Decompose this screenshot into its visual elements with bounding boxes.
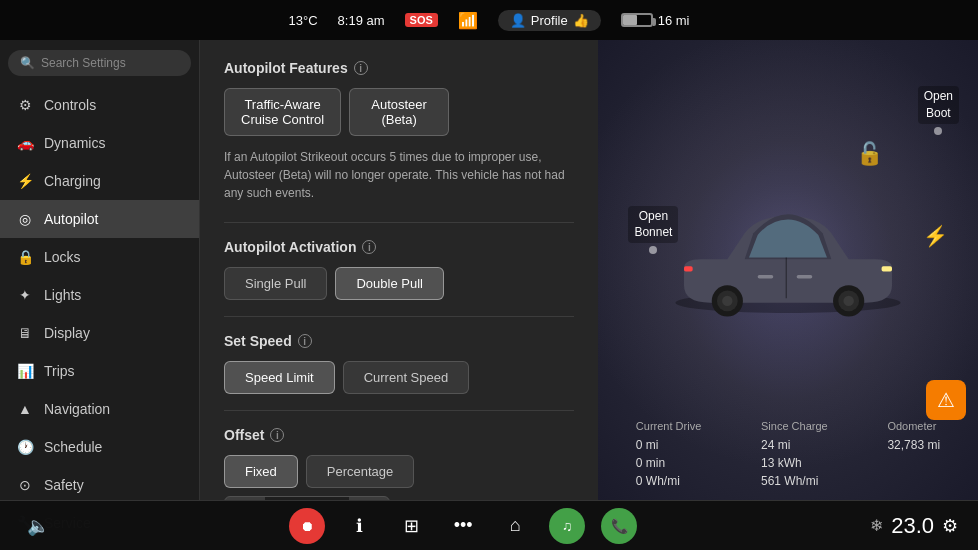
lightning-icon: ⚡ [923,224,948,248]
lock-car-icon[interactable]: 🔓 [856,141,883,167]
search-icon: 🔍 [20,56,35,70]
current-drive-label: Current Drive [636,420,701,432]
cabin-temp[interactable]: 23.0 [891,513,934,539]
svg-rect-11 [758,275,774,278]
set-speed-info-icon[interactable]: i [298,334,312,348]
percentage-btn[interactable]: Percentage [306,455,415,488]
offset-toggle-group: Fixed Percentage [224,455,574,488]
sidebar-item-display[interactable]: 🖥 Display [0,314,199,352]
double-pull-btn[interactable]: Double Pull [335,267,444,300]
sidebar-item-autopilot[interactable]: ◎ Autopilot [0,200,199,238]
divider-2 [224,316,574,317]
sidebar-label-controls: Controls [44,97,96,113]
warning-button[interactable]: ⚠ [926,380,966,420]
bonnet-dot [649,246,657,254]
traffic-aware-btn[interactable]: Traffic-Aware Cruise Control [224,88,341,136]
offset-title: Offset i [224,427,574,443]
speed-limit-btn[interactable]: Speed Limit [224,361,335,394]
sidebar-item-trips[interactable]: 📊 Trips [0,352,199,390]
sidebar-label-charging: Charging [44,173,101,189]
sidebar-label-schedule: Schedule [44,439,102,455]
search-bar[interactable]: 🔍 Search Settings [8,50,191,76]
svg-rect-10 [797,275,813,278]
sidebar-item-schedule[interactable]: 🕐 Schedule [0,428,199,466]
set-speed-label: Set Speed [224,333,292,349]
time-display: 8:19 am [338,13,385,28]
svg-point-4 [722,296,732,306]
main-container: 🔍 Search Settings ⚙ Controls 🚗 Dynamics … [0,40,978,500]
offset-info-icon[interactable]: i [270,428,284,442]
info-btn[interactable]: ℹ [341,508,377,544]
temp-value: 23.0 [891,513,934,538]
fixed-btn[interactable]: Fixed [224,455,298,488]
single-pull-btn[interactable]: Single Pull [224,267,327,300]
volume-icon-btn[interactable]: 🔈 [20,508,56,544]
safety-icon: ⊙ [16,476,34,494]
activation-title: Autopilot Activation i [224,239,574,255]
car-visualization [658,190,918,350]
profile-button[interactable]: 👤 Profile 👍 [498,10,601,31]
svg-point-7 [843,296,853,306]
sidebar-label-display: Display [44,325,90,341]
sidebar-item-safety[interactable]: ⊙ Safety [0,466,199,504]
sidebar-item-charging[interactable]: ⚡ Charging [0,162,199,200]
thumb-icon: 👍 [573,13,589,28]
more-btn[interactable]: ••• [445,508,481,544]
display-icon: 🖥 [16,324,34,342]
charging-icon: ⚡ [16,172,34,190]
sos-badge[interactable]: SOS [405,13,438,27]
sidebar-label-autopilot: Autopilot [44,211,98,227]
home-btn[interactable]: ⌂ [497,508,533,544]
autopilot-info-text: If an Autopilot Strikeout occurs 5 times… [224,148,574,202]
sidebar-item-navigation[interactable]: ▲ Navigation [0,390,199,428]
activation-label: Autopilot Activation [224,239,356,255]
dynamics-icon: 🚗 [16,134,34,152]
since-charge-wh: 561 Wh/mi [761,472,828,490]
sidebar-item-lights[interactable]: ✦ Lights [0,276,199,314]
status-bar: 13°C 8:19 am SOS 📶 👤 Profile 👍 16 mi [0,0,978,40]
signal-icon: 📶 [458,11,478,30]
taskbar-left: 🔈 [20,508,56,544]
autosteer-btn[interactable]: Autosteer (Beta) [349,88,449,136]
battery-level: 16 mi [658,13,690,28]
since-charge-label: Since Charge [761,420,828,432]
open-boot-label[interactable]: OpenBoot [918,86,959,138]
grid-btn[interactable]: ⊞ [393,508,429,544]
navigation-icon: ▲ [16,400,34,418]
current-drive-stat: Current Drive 0 mi 0 min 0 Wh/mi [636,420,701,490]
sidebar-label-dynamics: Dynamics [44,135,105,151]
locks-icon: 🔒 [16,248,34,266]
record-btn[interactable]: ⏺ [289,508,325,544]
sidebar-item-locks[interactable]: 🔒 Locks [0,238,199,276]
sidebar-item-controls[interactable]: ⚙ Controls [0,86,199,124]
person-icon: 👤 [510,13,526,28]
settings-icon[interactable]: ⚙ [942,515,958,537]
odometer-value: 32,783 mi [887,436,940,454]
since-charge-stat: Since Charge 24 mi 13 kWh 561 Wh/mi [761,420,828,490]
activation-toggle-group: Single Pull Double Pull [224,267,574,300]
autopilot-icon: ◎ [16,210,34,228]
divider-3 [224,410,574,411]
schedule-icon: 🕐 [16,438,34,456]
since-charge-kwh: 13 kWh [761,454,828,472]
autopilot-features-info-icon[interactable]: i [354,61,368,75]
phone-btn[interactable]: 📞 [601,508,637,544]
controls-icon: ⚙ [16,96,34,114]
boot-dot [934,127,942,135]
spotify-btn[interactable]: ♫ [549,508,585,544]
temperature-display: 13°C [289,13,318,28]
search-placeholder: Search Settings [41,56,126,70]
sidebar-item-dynamics[interactable]: 🚗 Dynamics [0,124,199,162]
activation-info-icon[interactable]: i [362,240,376,254]
sidebar-label-navigation: Navigation [44,401,110,417]
taskbar-right: ❄ 23.0 ⚙ [870,513,958,539]
autopilot-content: Autopilot Features i Traffic-Aware Cruis… [200,40,598,500]
since-charge-mi: 24 mi [761,436,828,454]
current-drive-min: 0 min [636,454,701,472]
svg-rect-9 [684,266,693,271]
set-speed-toggle-group: Speed Limit Current Speed [224,361,574,394]
fan-icon[interactable]: ❄ [870,516,883,535]
current-speed-btn[interactable]: Current Speed [343,361,470,394]
open-boot-text[interactable]: OpenBoot [918,86,959,124]
taskbar: 🔈 ⏺ ℹ ⊞ ••• ⌂ ♫ 📞 ❄ 23.0 ⚙ [0,500,978,550]
